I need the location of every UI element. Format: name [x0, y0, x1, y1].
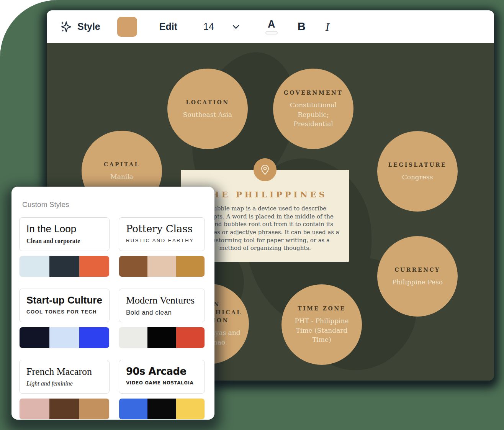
style-button-label: Style	[77, 21, 100, 32]
bubble-label: LEGISLATURE	[388, 161, 447, 169]
style-preset-card[interactable]: Pottery Class RUSTIC AND EARTHY	[119, 217, 205, 251]
palette-color	[49, 256, 79, 277]
style-preset-startup[interactable]: Start-up Culture COOL TONES FOR TECH	[19, 289, 110, 348]
palette-color	[49, 327, 79, 348]
bubble-value: Philippine Peso	[392, 277, 443, 287]
palette-color	[20, 256, 49, 277]
style-preset-name: Pottery Class	[126, 223, 198, 235]
bubble-location[interactable]: LOCATION Southeast Asia	[167, 69, 248, 149]
text-color-underline	[265, 31, 278, 34]
color-swatch[interactable]	[117, 17, 137, 37]
palette-color	[119, 256, 147, 277]
style-preset-description: VIDEO GAME NOSTALGIA	[126, 380, 198, 386]
font-size-value[interactable]: 14	[203, 21, 214, 32]
style-color-palette[interactable]	[19, 327, 110, 348]
style-button[interactable]: Style	[60, 20, 100, 33]
style-preset-card[interactable]: French Macaron Light and feminine	[19, 360, 110, 394]
location-pin-icon	[259, 163, 272, 176]
palette-color	[147, 327, 176, 348]
page: Style Edit 14 A B I LOCATION Southeast A…	[0, 0, 504, 430]
style-preset-name: Modern Ventures	[126, 295, 198, 306]
style-preset-name: Start-up Culture	[26, 295, 102, 306]
bubble-currency[interactable]: CURRENCY Philippine Peso	[377, 236, 458, 317]
edit-button[interactable]: Edit	[159, 21, 177, 32]
style-preset-name: In the Loop	[26, 223, 102, 235]
custom-styles-panel: Custom Styles In the Loop Clean and corp…	[11, 187, 214, 420]
style-preset-card[interactable]: Modern Ventures Bold and clean	[119, 289, 205, 322]
text-color-button[interactable]: A	[265, 19, 278, 34]
pin-badge	[254, 158, 277, 181]
bubble-value: Manila	[110, 172, 133, 182]
bubble-value: PHT - Philippine Time (Standard Time)	[288, 316, 356, 345]
style-preset-card[interactable]: In the Loop Clean and corporate	[19, 217, 110, 251]
italic-button[interactable]: I	[326, 20, 329, 33]
style-preset-name: 90s Arcade	[126, 366, 198, 377]
bubble-value: Constitutional Republic; Presidential	[279, 100, 347, 129]
style-color-palette[interactable]	[119, 398, 205, 420]
palette-color	[119, 399, 147, 419]
palette-color	[79, 399, 109, 419]
palette-color	[20, 327, 49, 348]
formatting-toolbar: Style Edit 14 A B I	[47, 10, 494, 43]
palette-color	[176, 256, 205, 277]
palette-color	[79, 327, 109, 348]
style-preset-description: Clean and corporate	[26, 238, 102, 245]
bubble-timezone[interactable]: TIME ZONE PHT - Philippine Time (Standar…	[281, 284, 362, 365]
bubble-label: TIME ZONE	[298, 305, 345, 313]
bubble-value: Congress	[402, 172, 433, 182]
style-preset-description: Light and feminine	[26, 380, 102, 387]
bubble-label: CAPITAL	[104, 161, 140, 169]
panel-title: Custom Styles	[22, 200, 205, 209]
palette-color	[147, 399, 176, 419]
style-preset-loop[interactable]: In the Loop Clean and corporate	[19, 217, 110, 277]
text-color-icon: A	[265, 19, 278, 30]
palette-color	[176, 327, 205, 348]
style-color-palette[interactable]	[19, 398, 110, 420]
palette-color	[79, 256, 109, 277]
style-preset-description: RUSTIC AND EARTHY	[126, 238, 198, 243]
palette-color	[119, 327, 147, 348]
style-preset-card[interactable]: Start-up Culture COOL TONES FOR TECH	[19, 289, 110, 322]
bubble-value: Southeast Asia	[183, 110, 232, 120]
style-preset-name: French Macaron	[26, 366, 102, 377]
style-preset-pottery[interactable]: Pottery Class RUSTIC AND EARTHY	[119, 217, 205, 277]
palette-color	[49, 399, 79, 419]
bubble-label: LOCATION	[186, 98, 229, 107]
palette-color	[176, 399, 205, 419]
bold-button[interactable]: B	[298, 20, 306, 33]
style-preset-arcade[interactable]: 90s Arcade VIDEO GAME NOSTALGIA	[119, 360, 205, 420]
bubble-legislature[interactable]: LEGISLATURE Congress	[377, 131, 458, 212]
bubble-label: GOVERNMENT	[284, 89, 343, 97]
palette-color	[147, 256, 176, 277]
bubble-label: CURRENCY	[394, 266, 440, 274]
style-color-palette[interactable]	[119, 327, 205, 348]
style-color-palette[interactable]	[19, 256, 110, 277]
style-preset-modern[interactable]: Modern Ventures Bold and clean	[119, 289, 205, 348]
style-color-palette[interactable]	[119, 256, 205, 277]
style-preset-card[interactable]: 90s Arcade VIDEO GAME NOSTALGIA	[119, 360, 205, 394]
bubble-government[interactable]: GOVERNMENT Constitutional Republic; Pres…	[273, 69, 353, 149]
style-preset-description: Bold and clean	[126, 309, 198, 317]
palette-color	[20, 399, 49, 419]
sparkles-icon	[60, 20, 73, 33]
style-preset-description: COOL TONES FOR TECH	[26, 309, 102, 315]
chevron-down-icon[interactable]	[232, 23, 240, 31]
style-preset-macaron[interactable]: French Macaron Light and feminine	[19, 360, 110, 420]
